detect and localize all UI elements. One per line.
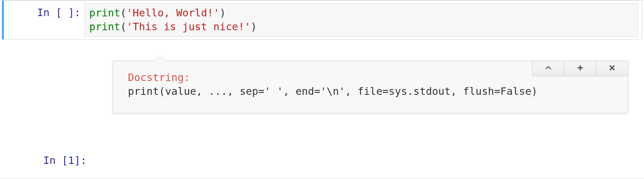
token-string: 'Hello, World!' (127, 7, 220, 19)
plus-icon (576, 61, 584, 75)
code-cell[interactable]: In [1]: (2, 148, 642, 170)
tooltip-expand-button[interactable] (564, 61, 596, 76)
token-builtin: print (89, 7, 120, 19)
token-string: 'This is just nice!' (127, 21, 251, 33)
close-icon (608, 61, 616, 75)
token-punc: ( (120, 7, 126, 19)
tooltip-close-button[interactable] (596, 61, 628, 76)
code-line: print('This is just nice!') (89, 20, 633, 34)
input-prompt: In [ ]: (4, 3, 84, 20)
token-punc: ) (220, 7, 226, 19)
prompt-label: In [1]: (43, 154, 87, 166)
code-input[interactable]: print('Hello, World!') print('This is ju… (84, 3, 638, 37)
docstring-label: Docstring: (128, 71, 190, 84)
prompt-label: In [ ]: (37, 6, 81, 19)
tooltip-prev-button[interactable] (532, 61, 564, 76)
input-prompt: In [1]: (10, 151, 91, 167)
docstring-signature: print(value, ..., sep=' ', end='\n', fil… (128, 85, 538, 97)
token-punc: ( (120, 21, 126, 33)
tooltip-pager: Docstring: print(value, ..., sep=' ', en… (113, 61, 628, 113)
tooltip-arrow (154, 55, 166, 61)
code-line: print('Hello, World!') (89, 6, 633, 20)
tooltip-toolbar (533, 61, 628, 76)
caret-up-icon (544, 61, 552, 75)
token-punc: ) (251, 21, 257, 33)
token-builtin: print (89, 21, 120, 33)
code-input[interactable] (91, 151, 638, 157)
code-cell[interactable]: In [ ]: print('Hello, World!') print('Th… (2, 0, 642, 40)
